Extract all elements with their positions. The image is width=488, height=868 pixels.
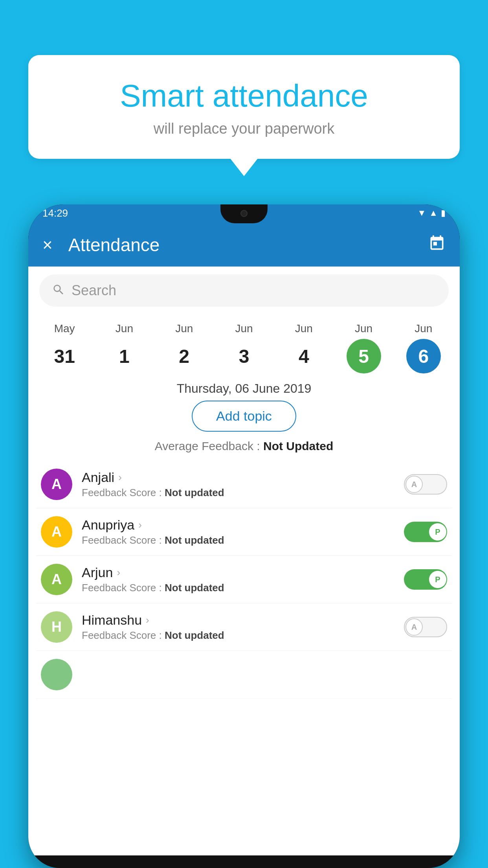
app-header: × Attendance — [28, 223, 460, 267]
search-input[interactable]: Search — [72, 282, 116, 299]
calendar-month-label: Jun — [235, 322, 253, 335]
front-camera — [240, 210, 248, 217]
chevron-right-icon: › — [138, 519, 142, 531]
calendar-date[interactable]: 6 — [406, 339, 441, 373]
student-item[interactable]: AArjun›Feedback Score : Not updatedP — [36, 556, 452, 603]
calendar-month-label: Jun — [295, 322, 313, 335]
student-name: Arjun› — [82, 565, 394, 580]
avatar: A — [41, 516, 72, 548]
student-feedback: Feedback Score : Not updated — [82, 582, 394, 594]
calendar-day-col[interactable]: Jun5 — [347, 322, 381, 373]
speech-bubble: Smart attendance will replace your paper… — [28, 55, 460, 159]
bubble-subtitle: will replace your paperwork — [52, 120, 436, 137]
phone-frame: 14:29 ▼ ▲ ▮ × Attendance Search May3 — [28, 204, 460, 868]
calendar-day-col[interactable]: May31 — [47, 322, 82, 373]
attendance-toggle-absent[interactable]: A — [404, 617, 447, 637]
header-title: Attendance — [68, 234, 413, 256]
calendar-date[interactable]: 5 — [347, 339, 381, 373]
wifi-icon: ▼ — [417, 208, 426, 218]
speech-bubble-container: Smart attendance will replace your paper… — [28, 55, 460, 159]
attendance-toggle-present[interactable]: P — [404, 569, 447, 590]
calendar-month-label: Jun — [415, 322, 432, 335]
chevron-right-icon: › — [146, 614, 149, 626]
student-info: Anjali›Feedback Score : Not updated — [82, 470, 394, 499]
attendance-toggle-present[interactable]: P — [404, 522, 447, 542]
student-item[interactable]: AAnjali›Feedback Score : Not updatedA — [36, 461, 452, 508]
search-icon — [52, 283, 65, 298]
calendar-date[interactable]: 31 — [47, 339, 82, 373]
calendar-row: May31Jun1Jun2Jun3Jun4Jun5Jun6 — [28, 314, 460, 375]
avg-feedback: Average Feedback : Not Updated — [28, 438, 460, 461]
student-info: Arjun›Feedback Score : Not updated — [82, 565, 394, 594]
bubble-title: Smart attendance — [52, 79, 436, 113]
toggle-knob: P — [429, 571, 446, 588]
calendar-date[interactable]: 2 — [167, 339, 202, 373]
calendar-month-label: May — [54, 322, 75, 335]
student-info: Anupriya›Feedback Score : Not updated — [82, 517, 394, 546]
student-feedback: Feedback Score : Not updated — [82, 629, 394, 642]
student-name: Himanshu› — [82, 612, 394, 628]
search-container: Search — [28, 267, 460, 314]
calendar-day-col[interactable]: Jun4 — [286, 322, 321, 373]
student-list: AAnjali›Feedback Score : Not updatedAAAn… — [28, 461, 460, 699]
close-button[interactable]: × — [42, 235, 53, 255]
avatar — [41, 659, 72, 690]
student-item-partial — [36, 651, 452, 699]
calendar-day-col[interactable]: Jun6 — [406, 322, 441, 373]
toggle-knob: A — [405, 618, 423, 636]
student-info: Himanshu›Feedback Score : Not updated — [82, 612, 394, 642]
student-name: Anjali› — [82, 470, 394, 485]
student-item[interactable]: AAnupriya›Feedback Score : Not updatedP — [36, 508, 452, 556]
chevron-right-icon: › — [117, 566, 120, 579]
add-topic-button[interactable]: Add topic — [192, 401, 296, 432]
calendar-date[interactable]: 3 — [227, 339, 261, 373]
calendar-month-label: Jun — [116, 322, 133, 335]
calendar-date[interactable]: 1 — [107, 339, 141, 373]
calendar-month-label: Jun — [175, 322, 193, 335]
calendar-month-label: Jun — [355, 322, 372, 335]
selected-date-label: Thursday, 06 June 2019 — [28, 375, 460, 401]
avg-feedback-value: Not Updated — [263, 440, 333, 452]
toggle-knob: P — [429, 523, 446, 541]
attendance-toggle-absent[interactable]: A — [404, 474, 447, 495]
chevron-right-icon: › — [118, 471, 122, 484]
student-feedback: Feedback Score : Not updated — [82, 534, 394, 546]
calendar-day-col[interactable]: Jun1 — [107, 322, 141, 373]
calendar-day-col[interactable]: Jun2 — [167, 322, 202, 373]
phone-notch — [220, 204, 268, 223]
student-item[interactable]: HHimanshu›Feedback Score : Not updatedA — [36, 603, 452, 651]
avatar: A — [41, 564, 72, 595]
signal-icon: ▲ — [429, 208, 438, 218]
calendar-date[interactable]: 4 — [286, 339, 321, 373]
status-time: 14:29 — [42, 207, 68, 219]
battery-icon: ▮ — [441, 208, 446, 218]
student-name: Anupriya› — [82, 517, 394, 533]
toggle-knob: A — [405, 476, 423, 493]
avatar: A — [41, 469, 72, 500]
search-bar[interactable]: Search — [39, 274, 449, 307]
avg-feedback-label: Average Feedback : — [155, 440, 263, 452]
status-icons: ▼ ▲ ▮ — [417, 208, 446, 218]
student-feedback: Feedback Score : Not updated — [82, 487, 394, 499]
avatar: H — [41, 611, 72, 643]
calendar-icon[interactable] — [428, 235, 446, 256]
calendar-day-col[interactable]: Jun3 — [227, 322, 261, 373]
phone-content: Search May31Jun1Jun2Jun3Jun4Jun5Jun6 Thu… — [28, 267, 460, 855]
